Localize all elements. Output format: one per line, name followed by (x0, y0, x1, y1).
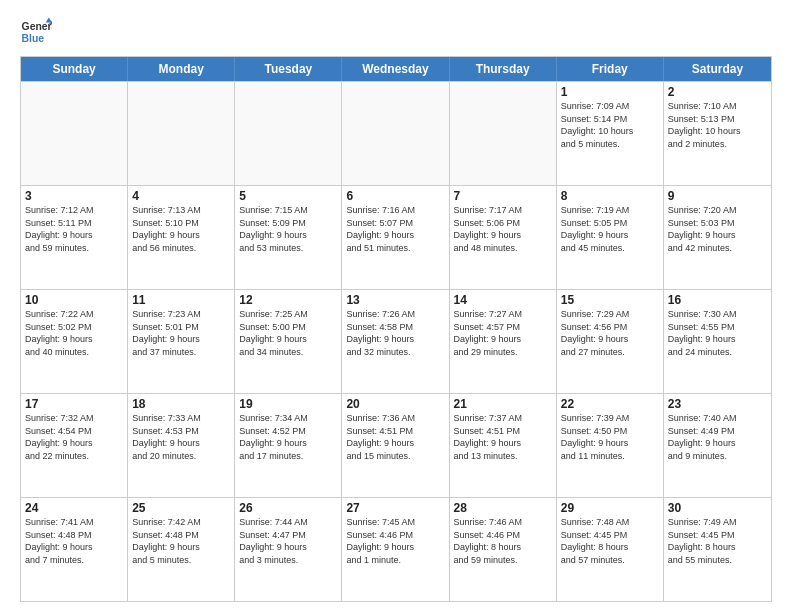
day-number: 3 (25, 189, 123, 203)
day-number: 2 (668, 85, 767, 99)
calendar-cell: 30Sunrise: 7:49 AM Sunset: 4:45 PM Dayli… (664, 498, 771, 601)
calendar-cell: 7Sunrise: 7:17 AM Sunset: 5:06 PM Daylig… (450, 186, 557, 289)
day-number: 30 (668, 501, 767, 515)
day-number: 19 (239, 397, 337, 411)
day-info: Sunrise: 7:40 AM Sunset: 4:49 PM Dayligh… (668, 412, 767, 462)
day-info: Sunrise: 7:49 AM Sunset: 4:45 PM Dayligh… (668, 516, 767, 566)
day-info: Sunrise: 7:12 AM Sunset: 5:11 PM Dayligh… (25, 204, 123, 254)
day-info: Sunrise: 7:41 AM Sunset: 4:48 PM Dayligh… (25, 516, 123, 566)
weekday-header: Saturday (664, 57, 771, 81)
day-info: Sunrise: 7:29 AM Sunset: 4:56 PM Dayligh… (561, 308, 659, 358)
day-info: Sunrise: 7:19 AM Sunset: 5:05 PM Dayligh… (561, 204, 659, 254)
day-info: Sunrise: 7:25 AM Sunset: 5:00 PM Dayligh… (239, 308, 337, 358)
day-info: Sunrise: 7:23 AM Sunset: 5:01 PM Dayligh… (132, 308, 230, 358)
calendar-cell: 24Sunrise: 7:41 AM Sunset: 4:48 PM Dayli… (21, 498, 128, 601)
calendar-cell: 29Sunrise: 7:48 AM Sunset: 4:45 PM Dayli… (557, 498, 664, 601)
weekday-header: Friday (557, 57, 664, 81)
day-number: 1 (561, 85, 659, 99)
logo: General Blue (20, 16, 52, 48)
day-info: Sunrise: 7:09 AM Sunset: 5:14 PM Dayligh… (561, 100, 659, 150)
svg-text:General: General (22, 21, 52, 32)
week-row-4: 24Sunrise: 7:41 AM Sunset: 4:48 PM Dayli… (21, 497, 771, 601)
calendar-cell: 18Sunrise: 7:33 AM Sunset: 4:53 PM Dayli… (128, 394, 235, 497)
weekday-header: Tuesday (235, 57, 342, 81)
header: General Blue (20, 16, 772, 48)
day-info: Sunrise: 7:17 AM Sunset: 5:06 PM Dayligh… (454, 204, 552, 254)
calendar-cell: 26Sunrise: 7:44 AM Sunset: 4:47 PM Dayli… (235, 498, 342, 601)
calendar-cell: 21Sunrise: 7:37 AM Sunset: 4:51 PM Dayli… (450, 394, 557, 497)
day-info: Sunrise: 7:15 AM Sunset: 5:09 PM Dayligh… (239, 204, 337, 254)
day-info: Sunrise: 7:16 AM Sunset: 5:07 PM Dayligh… (346, 204, 444, 254)
day-number: 24 (25, 501, 123, 515)
day-info: Sunrise: 7:34 AM Sunset: 4:52 PM Dayligh… (239, 412, 337, 462)
calendar-cell (450, 82, 557, 185)
calendar-cell: 13Sunrise: 7:26 AM Sunset: 4:58 PM Dayli… (342, 290, 449, 393)
day-number: 17 (25, 397, 123, 411)
day-info: Sunrise: 7:20 AM Sunset: 5:03 PM Dayligh… (668, 204, 767, 254)
weekday-header: Sunday (21, 57, 128, 81)
calendar-cell: 8Sunrise: 7:19 AM Sunset: 5:05 PM Daylig… (557, 186, 664, 289)
day-number: 6 (346, 189, 444, 203)
day-info: Sunrise: 7:36 AM Sunset: 4:51 PM Dayligh… (346, 412, 444, 462)
day-info: Sunrise: 7:39 AM Sunset: 4:50 PM Dayligh… (561, 412, 659, 462)
calendar-cell (21, 82, 128, 185)
day-number: 16 (668, 293, 767, 307)
day-number: 12 (239, 293, 337, 307)
calendar-body: 1Sunrise: 7:09 AM Sunset: 5:14 PM Daylig… (21, 81, 771, 601)
calendar: SundayMondayTuesdayWednesdayThursdayFrid… (20, 56, 772, 602)
calendar-cell: 11Sunrise: 7:23 AM Sunset: 5:01 PM Dayli… (128, 290, 235, 393)
calendar-cell: 20Sunrise: 7:36 AM Sunset: 4:51 PM Dayli… (342, 394, 449, 497)
logo-icon: General Blue (20, 16, 52, 48)
calendar-cell (128, 82, 235, 185)
calendar-cell: 2Sunrise: 7:10 AM Sunset: 5:13 PM Daylig… (664, 82, 771, 185)
calendar-header: SundayMondayTuesdayWednesdayThursdayFrid… (21, 57, 771, 81)
day-info: Sunrise: 7:30 AM Sunset: 4:55 PM Dayligh… (668, 308, 767, 358)
week-row-1: 3Sunrise: 7:12 AM Sunset: 5:11 PM Daylig… (21, 185, 771, 289)
week-row-3: 17Sunrise: 7:32 AM Sunset: 4:54 PM Dayli… (21, 393, 771, 497)
week-row-2: 10Sunrise: 7:22 AM Sunset: 5:02 PM Dayli… (21, 289, 771, 393)
calendar-cell: 5Sunrise: 7:15 AM Sunset: 5:09 PM Daylig… (235, 186, 342, 289)
day-number: 18 (132, 397, 230, 411)
calendar-cell (342, 82, 449, 185)
day-number: 13 (346, 293, 444, 307)
svg-marker-2 (46, 18, 52, 23)
calendar-cell: 15Sunrise: 7:29 AM Sunset: 4:56 PM Dayli… (557, 290, 664, 393)
day-number: 9 (668, 189, 767, 203)
calendar-cell: 28Sunrise: 7:46 AM Sunset: 4:46 PM Dayli… (450, 498, 557, 601)
calendar-cell: 16Sunrise: 7:30 AM Sunset: 4:55 PM Dayli… (664, 290, 771, 393)
svg-text:Blue: Blue (22, 33, 45, 44)
calendar-cell: 1Sunrise: 7:09 AM Sunset: 5:14 PM Daylig… (557, 82, 664, 185)
day-number: 10 (25, 293, 123, 307)
calendar-cell: 6Sunrise: 7:16 AM Sunset: 5:07 PM Daylig… (342, 186, 449, 289)
calendar-cell: 14Sunrise: 7:27 AM Sunset: 4:57 PM Dayli… (450, 290, 557, 393)
calendar-cell: 9Sunrise: 7:20 AM Sunset: 5:03 PM Daylig… (664, 186, 771, 289)
calendar-cell: 10Sunrise: 7:22 AM Sunset: 5:02 PM Dayli… (21, 290, 128, 393)
day-number: 15 (561, 293, 659, 307)
day-info: Sunrise: 7:32 AM Sunset: 4:54 PM Dayligh… (25, 412, 123, 462)
day-number: 8 (561, 189, 659, 203)
day-info: Sunrise: 7:46 AM Sunset: 4:46 PM Dayligh… (454, 516, 552, 566)
day-number: 7 (454, 189, 552, 203)
day-number: 21 (454, 397, 552, 411)
day-number: 5 (239, 189, 337, 203)
calendar-cell: 4Sunrise: 7:13 AM Sunset: 5:10 PM Daylig… (128, 186, 235, 289)
day-number: 27 (346, 501, 444, 515)
day-number: 23 (668, 397, 767, 411)
calendar-cell (235, 82, 342, 185)
day-number: 29 (561, 501, 659, 515)
day-number: 14 (454, 293, 552, 307)
day-info: Sunrise: 7:10 AM Sunset: 5:13 PM Dayligh… (668, 100, 767, 150)
page: General Blue SundayMondayTuesdayWednesda… (0, 0, 792, 612)
calendar-cell: 12Sunrise: 7:25 AM Sunset: 5:00 PM Dayli… (235, 290, 342, 393)
calendar-cell: 27Sunrise: 7:45 AM Sunset: 4:46 PM Dayli… (342, 498, 449, 601)
day-info: Sunrise: 7:22 AM Sunset: 5:02 PM Dayligh… (25, 308, 123, 358)
calendar-cell: 23Sunrise: 7:40 AM Sunset: 4:49 PM Dayli… (664, 394, 771, 497)
day-info: Sunrise: 7:37 AM Sunset: 4:51 PM Dayligh… (454, 412, 552, 462)
weekday-header: Monday (128, 57, 235, 81)
day-info: Sunrise: 7:26 AM Sunset: 4:58 PM Dayligh… (346, 308, 444, 358)
calendar-cell: 3Sunrise: 7:12 AM Sunset: 5:11 PM Daylig… (21, 186, 128, 289)
day-number: 4 (132, 189, 230, 203)
day-number: 28 (454, 501, 552, 515)
weekday-header: Thursday (450, 57, 557, 81)
calendar-cell: 25Sunrise: 7:42 AM Sunset: 4:48 PM Dayli… (128, 498, 235, 601)
